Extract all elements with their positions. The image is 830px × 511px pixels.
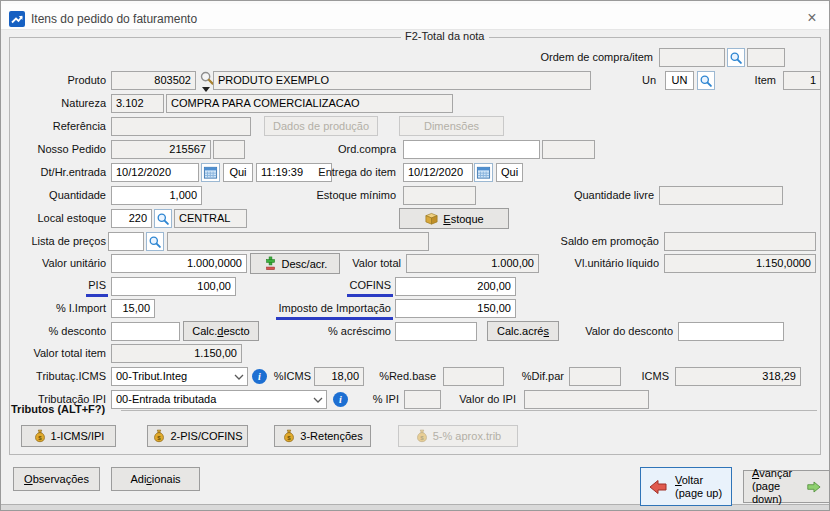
valor-total-label: Valor total [319,256,401,271]
nosso-pedido-field2 [213,140,245,159]
avancar-sublabel: (page down) [752,480,799,506]
money-bag-icon [152,429,166,443]
item-field: 1 [783,71,821,90]
voltar-button[interactable]: Voltar (page up) [640,467,732,506]
quantidade-livre-field [659,186,783,205]
perc-icms-field: 18,00 [314,367,364,386]
arrow-right-icon [807,479,821,495]
local-estoque-input[interactable]: 220 [111,209,152,228]
estoque-button[interactable]: Estoque [399,208,509,229]
dados-producao-button: Dados de produção [264,116,378,136]
dthr-calendar-button[interactable] [201,163,220,182]
ord-compra-input[interactable] [403,140,540,159]
local-estoque-desc-field: CENTRAL [174,209,247,228]
valor-total-item-field: 1.150,00 [111,344,242,363]
ord-compra-label: Ord.compra [301,142,396,157]
vl-unitario-liquido-label: Vl.unitário líquido [541,256,659,271]
tributac-icms-value: 00-Tribut.Integ [116,370,187,382]
tributacao-ipi-value: 00-Entrada tributada [116,393,216,405]
valor-desconto-label: Valor do desconto [566,324,673,339]
nosso-pedido-field: 215567 [111,140,211,159]
tributos-divider [121,410,817,411]
saldo-promocao-field [664,232,816,251]
calc-descto-button[interactable]: Calc.descto [183,321,259,341]
un-field[interactable]: UN [665,71,694,90]
search-icon [699,74,713,88]
local-estoque-label: Local estoque [16,211,106,226]
chevron-down-icon [313,397,323,403]
vl-unitario-liquido-field: 1.150,0000 [664,254,816,273]
dialog-itens-pedido: Itens do pedido do faturamento F2-Total … [0,0,830,511]
ordem-compra-item-field [747,48,785,67]
calc-acres-button[interactable]: Calc.acrés [487,321,559,341]
dthr-entrada-date-input[interactable]: 10/12/2020 [111,163,199,182]
valor-total-item-label: Valor total item [11,346,106,361]
money-bag-icon [415,429,429,443]
lista-precos-search-button[interactable] [146,232,164,251]
ipi-info-icon[interactable] [333,392,348,407]
natureza-desc-field: COMPRA PARA COMERCIALIZACAO [166,94,453,113]
produto-label: Produto [21,73,106,88]
observacoes-button[interactable]: Observações [13,467,100,491]
un-search-button[interactable] [697,71,715,90]
plus-minus-icon [263,256,278,271]
valor-desconto-input[interactable] [678,322,784,341]
perc-red-base-label: %Red.base [371,369,436,384]
chevron-down-icon [234,374,244,380]
valor-total-field: 1.000,00 [406,254,539,273]
cofins-input[interactable]: 200,00 [395,277,516,296]
item-label: Item [736,73,776,88]
entrega-calendar-button[interactable] [474,163,493,182]
lista-precos-label: Lista de preços [11,234,106,249]
search-icon [148,235,162,249]
quantidade-label: Quantidade [21,188,106,203]
avancar-label: Avançar [752,467,799,480]
pis-input[interactable]: 100,00 [111,277,236,296]
voltar-label: Voltar [675,474,722,487]
lista-precos-desc-field [167,232,429,251]
arrow-left-icon [649,479,667,495]
perc-dif-par-label: %Dif.par [514,369,564,384]
entrega-weekday-field: Qui [496,163,523,182]
entrega-date-input[interactable]: 10/12/2020 [403,163,473,182]
estoque-minimo-label: Estoque mínimo [301,188,396,203]
entrega-item-label: Entrega do item [296,165,396,180]
tributos-retencoes-button[interactable]: 3-Retenções [274,425,371,447]
perc-acrescimo-label: % acréscimo [309,324,391,339]
perc-acrescimo-input[interactable] [395,322,477,341]
adicionais-button[interactable]: Adicionais [111,467,200,491]
perc-desconto-input[interactable] [111,322,180,341]
referencia-label: Referência [16,119,106,134]
natureza-code-field: 3.102 [111,94,164,113]
calc-descto-label: Calc.descto [192,325,249,337]
perc-ipi-field [404,390,441,409]
produto-desc-field: PRODUTO EXEMPLO [213,71,591,90]
tributos-pis-cofins-label: 2-PIS/COFINS [170,430,242,442]
tributac-icms-combo[interactable]: 00-Tribut.Integ [111,367,248,386]
lista-precos-input[interactable] [108,232,144,251]
estoque-button-label: Estoque [443,213,483,225]
search-icon [156,212,170,226]
local-estoque-search-button[interactable] [154,209,172,228]
pis-label: PIS [21,278,106,293]
tributos-pis-cofins-button[interactable]: 2-PIS/COFINS [147,425,248,447]
avancar-button[interactable]: Avançar (page down) [743,470,830,503]
dthr-entrada-label: Dt/Hr.entrada [13,165,106,180]
valor-ipi-label: Valor do IPI [447,392,516,407]
icms-info-icon[interactable] [252,369,267,384]
perc-i-import-input[interactable]: 15,00 [111,299,155,318]
ordem-compra-search-button[interactable] [727,48,745,67]
valor-unitario-input[interactable]: 1.000,0000 [111,254,247,273]
imposto-importacao-input[interactable]: 150,00 [395,299,516,318]
perc-ipi-label: % IPI [361,392,399,407]
tributacao-ipi-combo[interactable]: 00-Entrada tributada [111,390,327,409]
money-bag-icon [33,429,47,443]
tributos-icms-ipi-button[interactable]: 1-ICMS/IPI [21,425,116,447]
calendar-icon [476,165,491,180]
perc-icms-label: %ICMS [267,369,311,384]
produto-code-field: 803502 [111,71,196,90]
package-icon [424,211,439,226]
app-icon [9,11,25,27]
close-icon[interactable] [797,7,827,30]
quantidade-input[interactable]: 1,000 [111,186,202,205]
